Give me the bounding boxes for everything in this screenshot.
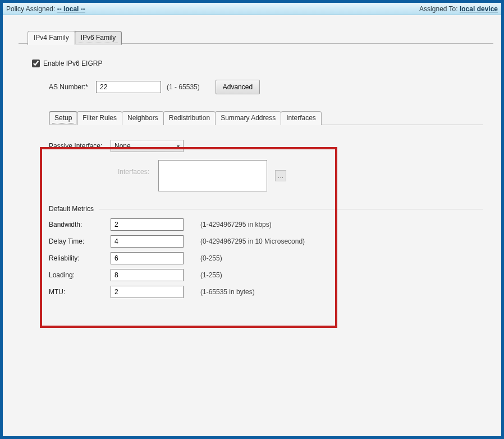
- sub-tab-interfaces[interactable]: Interfaces: [281, 111, 322, 125]
- interfaces-browse-button[interactable]: …: [275, 170, 286, 181]
- mtu-label: MTU:: [49, 288, 111, 296]
- content-area: IPv4 Family IPv6 Family Enable IPv6 EIGR…: [3, 15, 501, 436]
- policy-assigned-label: Policy Assigned:: [6, 5, 55, 13]
- reliability-hint: (0-255): [200, 254, 222, 262]
- delay-hint: (0-4294967295 in 10 Microsecond): [200, 237, 305, 245]
- header-bar: Policy Assigned: -- local -- Assigned To…: [3, 3, 501, 15]
- default-metrics-title: Default Metrics: [49, 205, 94, 213]
- enable-ipv6-row: Enable IPv6 EIGRP: [32, 60, 483, 67]
- app-window: Policy Assigned: -- local -- Assigned To…: [0, 0, 504, 439]
- mtu-hint: (1-65535 in bytes): [200, 288, 255, 296]
- ellipsis-icon: …: [278, 172, 284, 179]
- passive-interface-select[interactable]: None ▾: [111, 140, 184, 152]
- policy-assigned-link[interactable]: -- local --: [57, 5, 85, 13]
- family-tabs: IPv4 Family IPv6 Family: [28, 31, 121, 45]
- sub-tab-summary-address[interactable]: Summary Address: [215, 111, 281, 125]
- delay-label: Delay Time:: [49, 237, 111, 245]
- advanced-button[interactable]: Advanced: [216, 80, 260, 94]
- passive-interface-value: None: [114, 142, 131, 150]
- enable-ipv6-checkbox[interactable]: [32, 60, 40, 67]
- as-number-input[interactable]: [96, 81, 161, 93]
- assigned-to-label: Assigned To:: [419, 5, 458, 13]
- sub-tabs: Setup Filter Rules Neighbors Redistribut…: [49, 111, 483, 125]
- interfaces-row: Interfaces: …: [49, 160, 483, 191]
- interfaces-label: Interfaces:: [49, 160, 158, 176]
- sub-tab-filter-rules[interactable]: Filter Rules: [77, 111, 122, 125]
- assigned-to-link[interactable]: local device: [460, 5, 498, 13]
- bandwidth-row: Bandwidth: (1-4294967295 in kbps): [49, 218, 483, 231]
- sub-area: Setup Filter Rules Neighbors Redistribut…: [49, 111, 483, 298]
- reliability-row: Reliability: (0-255): [49, 252, 483, 264]
- tab-ipv4-family[interactable]: IPv4 Family: [28, 31, 75, 45]
- bandwidth-label: Bandwidth:: [49, 221, 111, 228]
- chevron-down-icon: ▾: [177, 143, 180, 149]
- reliability-input[interactable]: [111, 252, 184, 264]
- loading-input[interactable]: [111, 269, 184, 281]
- passive-interface-label: Passive Interface:: [49, 142, 111, 150]
- loading-hint: (1-255): [200, 271, 222, 279]
- sub-tab-setup[interactable]: Setup: [49, 111, 77, 125]
- delay-row: Delay Time: (0-4294967295 in 10 Microsec…: [49, 235, 483, 248]
- tab-ipv6-family[interactable]: IPv6 Family: [75, 31, 122, 45]
- setup-panel: Passive Interface: None ▾ Interfaces: …: [49, 125, 483, 298]
- bandwidth-input[interactable]: [111, 218, 184, 231]
- divider: [99, 209, 483, 209]
- mtu-row: MTU: (1-65535 in bytes): [49, 286, 483, 298]
- interfaces-listbox[interactable]: [158, 160, 267, 191]
- mtu-input[interactable]: [111, 286, 184, 298]
- as-number-label: AS Number:*: [49, 83, 88, 91]
- passive-interface-row: Passive Interface: None ▾: [49, 140, 483, 152]
- reliability-label: Reliability:: [49, 254, 111, 262]
- as-number-row: AS Number:* (1 - 65535) Advanced: [49, 80, 483, 94]
- enable-ipv6-label: Enable IPv6 EIGRP: [43, 60, 102, 67]
- as-number-range: (1 - 65535): [167, 83, 200, 91]
- loading-label: Loading:: [49, 271, 111, 279]
- family-panel: Enable IPv6 EIGRP AS Number:* (1 - 65535…: [19, 43, 493, 428]
- sub-tab-redistribution[interactable]: Redistribution: [163, 111, 216, 125]
- bandwidth-hint: (1-4294967295 in kbps): [200, 221, 272, 228]
- header-right: Assigned To: local device: [419, 5, 498, 13]
- loading-row: Loading: (1-255): [49, 269, 483, 281]
- default-metrics-title-row: Default Metrics: [49, 205, 483, 213]
- sub-tab-neighbors[interactable]: Neighbors: [122, 111, 164, 125]
- delay-input[interactable]: [111, 235, 184, 248]
- header-left: Policy Assigned: -- local --: [6, 5, 419, 13]
